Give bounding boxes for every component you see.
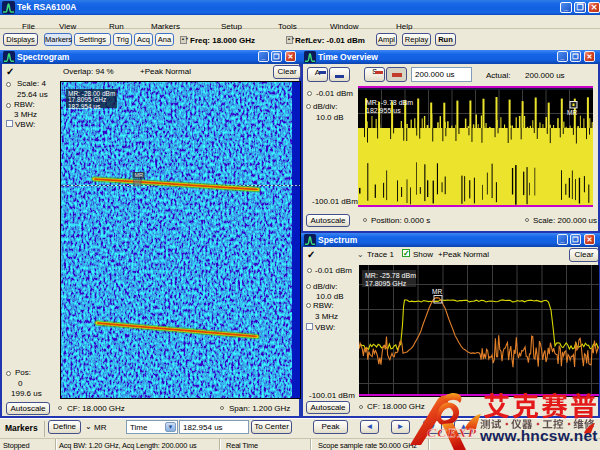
svg-text:MR: MR: [567, 109, 577, 116]
svg-text:17.8095 GHz: 17.8095 GHz: [365, 280, 407, 287]
svg-text:MR: MR: [135, 172, 144, 178]
svg-text:CCEXP: CCEXP: [427, 425, 477, 440]
svg-text:MR: MR: [432, 288, 442, 295]
svg-text:182.955 us: 182.955 us: [366, 107, 401, 114]
svg-text:MR: -25.78 dBm: MR: -25.78 dBm: [365, 272, 416, 279]
svg-text:182.954 us: 182.954 us: [68, 103, 101, 110]
svg-text:MR: -9.78 dBm: MR: -9.78 dBm: [366, 99, 413, 106]
